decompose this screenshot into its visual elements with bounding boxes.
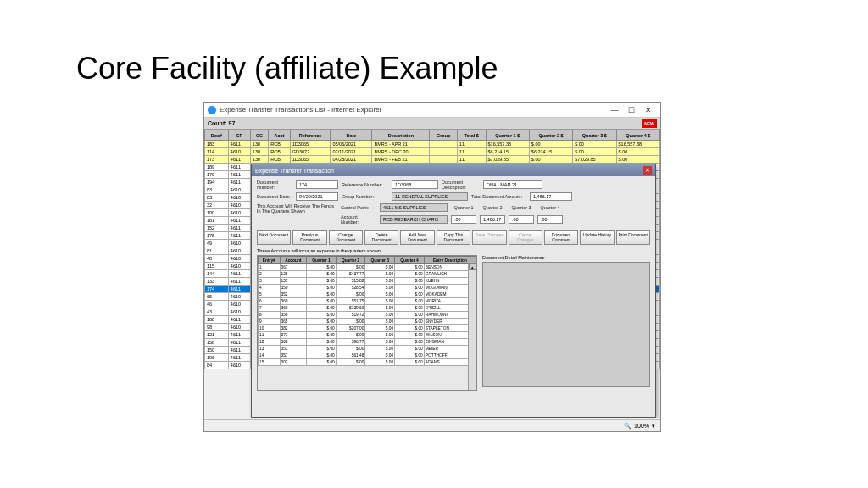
q2-field[interactable]: 1,486.17 <box>480 215 505 224</box>
sub-table-row[interactable]: 8358$.00$19.72$.00$.00RAHMOUNI <box>259 312 476 319</box>
sub-scrollbar[interactable]: ▴ <box>468 263 476 390</box>
main-col-header[interactable]: Date <box>331 130 372 141</box>
sub-table-row[interactable]: 3137$.00$15.82$.00$.00KUEHN <box>259 278 476 285</box>
acct-dropdown[interactable]: RCB RESEARCH CHARG <box>380 215 448 224</box>
q4-field[interactable]: .00 <box>537 215 563 224</box>
main-col-header[interactable]: Quarter 1 $ <box>486 130 529 141</box>
sub-col-header[interactable]: Entry# <box>259 257 281 264</box>
doc-action-button[interactable]: Document Comment <box>544 230 578 245</box>
doc-action-button[interactable]: Next Document <box>257 230 291 245</box>
acct-label: Account Number: <box>341 214 376 225</box>
main-table-area: Doc#CPCCAcctReferenceDateDescriptionGrou… <box>204 130 660 418</box>
doc-number-label: Document Number: <box>257 180 292 190</box>
sub-table-row[interactable]: 2128$.00$437.77$.00$.00GRAMLICH <box>259 271 476 278</box>
main-col-header[interactable]: Doc# <box>205 130 229 141</box>
ref-label: Reference Number: <box>342 182 388 187</box>
main-col-header[interactable]: Acct <box>269 130 291 141</box>
main-col-header[interactable]: CC <box>250 130 268 141</box>
q3-field[interactable]: .00 <box>509 215 534 224</box>
main-col-header[interactable]: Total $ <box>457 130 486 141</box>
scroll-up-icon[interactable]: ▴ <box>469 263 476 270</box>
sub-table-row[interactable]: 6360$.00$51.75$.00$.00MORITA <box>259 298 476 305</box>
q4-label: Quarter 4 <box>537 205 563 210</box>
date-field[interactable]: 04/29/2021 <box>296 192 338 201</box>
doc-action-button[interactable]: Copy This Document <box>437 230 470 245</box>
count-label: Count: 97 <box>208 120 235 126</box>
doc-action-button[interactable]: Delete Document <box>364 230 398 245</box>
detail-label: Document Detail Maintenance <box>482 255 650 260</box>
transaction-modal: Expense Transfer Transaction ✕ Document … <box>251 164 656 418</box>
main-col-header[interactable]: Quarter 4 $ <box>616 130 659 141</box>
doc-action-button[interactable]: Update History <box>580 230 614 245</box>
table-row[interactable]: 1144610130RCBGD307202/11/2021BMRS - DEC … <box>205 148 660 156</box>
date-label: Document Date: <box>257 194 292 199</box>
sub-table-row[interactable]: 7360$.00$139.60$.00$.00O'NEILL <box>259 305 476 312</box>
sub-col-header[interactable]: Quarter 2 <box>336 257 365 264</box>
doc-number-field[interactable]: 174 <box>296 180 338 189</box>
desc-field[interactable]: DNA - MAR 21 <box>483 180 542 189</box>
statusbar: 🔍 100% ▾ <box>204 419 660 431</box>
detail-box <box>482 262 650 387</box>
main-col-header[interactable]: Group <box>430 130 457 141</box>
slide-title: Core Facility (affiliate) Example <box>76 51 498 86</box>
cp-label: Control Point: <box>341 205 376 210</box>
sub-table-row[interactable]: 12368$.00$96.77$.00$.00ZINGMAN <box>259 339 476 346</box>
sub-table-wrap: Entry#AccountQuarter 1Quarter 2Quarter 3… <box>257 255 477 391</box>
table-row[interactable]: 1834611130RCB1D306505/06/2021BMRS - APR … <box>205 141 660 148</box>
sub-col-header[interactable]: Quarter 3 <box>365 257 395 264</box>
modal-titlebar: Expense Transfer Transaction ✕ <box>252 164 655 176</box>
sub-table-row[interactable]: 14357$.00$61.48$.00$.00POTTHOFF <box>259 352 476 359</box>
sub-table-row[interactable]: 15302$.00$.00$.00$.00ADAMS <box>259 359 476 366</box>
q1-label: Quarter 1 <box>451 205 476 210</box>
q2-label: Quarter 2 <box>480 205 505 210</box>
ie-icon <box>208 106 216 114</box>
zoom-dropdown-icon[interactable]: ▾ <box>652 423 655 430</box>
desc-label: Document Description: <box>442 180 480 190</box>
sub-table-row[interactable]: 5352$.00$.00$.00$.00MOKADEM <box>259 291 476 298</box>
close-button[interactable]: ✕ <box>640 104 657 116</box>
doc-action-button[interactable]: Print Document <box>616 230 650 245</box>
doc-action-button[interactable]: Previous Document <box>292 230 326 245</box>
sub-col-header[interactable]: Quarter 1 <box>307 257 337 264</box>
modal-title: Expense Transfer Transaction <box>255 168 334 174</box>
main-col-header[interactable]: CP <box>228 130 250 141</box>
receive-note: This Account Will Receive The Funds In T… <box>257 203 337 214</box>
doc-action-button[interactable]: Change Document <box>329 230 363 245</box>
main-col-header[interactable]: Quarter 3 $ <box>573 130 616 141</box>
group-label: Group Number: <box>342 194 388 199</box>
modal-close-button[interactable]: ✕ <box>643 166 652 175</box>
maximize-button[interactable]: ☐ <box>623 104 640 116</box>
q3-label: Quarter 3 <box>509 205 534 210</box>
main-col-header[interactable]: Reference <box>290 130 331 141</box>
zoom-icon[interactable]: 🔍 <box>624 423 632 430</box>
sub-col-header[interactable]: Account <box>280 257 307 264</box>
window-title: Expense Transfer Transactions List - Int… <box>220 106 606 114</box>
sub-table-row[interactable]: 11371$.00$.00$.00$.00WILSON <box>259 332 476 339</box>
main-col-header[interactable]: Quarter 2 $ <box>529 130 572 141</box>
sub-table-row[interactable]: 9365$.00$.00$.00$.00SNYDER <box>259 319 476 325</box>
group-dropdown[interactable]: 11 GENERAL SUPPLIES <box>392 192 468 201</box>
minimize-button[interactable]: — <box>606 104 623 116</box>
main-col-header[interactable]: Description <box>372 130 430 141</box>
sub-note: These Accounts will incur an expense in … <box>257 248 650 253</box>
titlebar: Expense Transfer Transactions List - Int… <box>204 103 660 118</box>
sub-table-row[interactable]: 4350$.00$28.54$.00$.00MCGOWAN <box>259 285 476 291</box>
sub-table-row[interactable]: 10382$.00$207.00$.00$.00STAPLETON <box>259 325 476 332</box>
count-bar: Count: 97 NEW <box>204 118 660 130</box>
doc-action-button[interactable]: Add New Document <box>400 230 434 245</box>
q1-field[interactable]: .00 <box>451 215 476 224</box>
doc-action-button: Cancel Changes <box>509 230 542 245</box>
table-row[interactable]: 1734611130RCB1D306504/28/2021BMRS - FEB … <box>205 156 660 164</box>
zoom-level: 100% <box>634 423 649 429</box>
total-label: Total Document Amount: <box>471 194 526 199</box>
app-window: Expense Transfer Transactions List - Int… <box>203 102 661 432</box>
sub-col-header[interactable]: Quarter 4 <box>395 257 425 264</box>
total-field: 1,486.17 <box>530 192 572 201</box>
cp-dropdown[interactable]: 4611 MS SUPPLIES <box>380 203 448 212</box>
new-button[interactable]: NEW <box>642 119 657 128</box>
ref-field[interactable]: 1D3068 <box>392 180 438 189</box>
sub-table: Entry#AccountQuarter 1Quarter 2Quarter 3… <box>258 256 476 366</box>
doc-action-button: Save Changes <box>472 230 506 245</box>
sub-table-row[interactable]: 13351$.00$.00$.00$.00MEIER <box>259 346 476 352</box>
sub-table-row[interactable]: 1367$.00$.00$.00$.00BENSON <box>259 264 476 271</box>
